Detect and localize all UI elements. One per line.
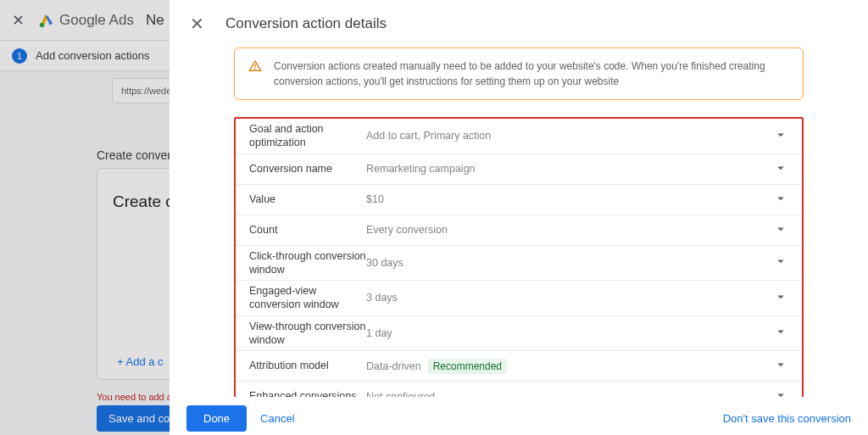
recommended-badge: Recommended [428,359,507,374]
row-value: 30 days [366,257,403,269]
row-value: Data-driven Recommended [366,359,507,374]
chevron-down-icon[interactable] [773,388,788,397]
row-attribution-model[interactable]: Attribution model Data-driven Recommende… [236,351,802,382]
row-value: Not configured [366,391,435,398]
done-button[interactable]: Done [186,405,247,432]
row-label: Conversion name [249,162,366,176]
row-enhanced-conversions[interactable]: Enhanced conversions Not configured [236,382,802,397]
row-value: Every conversion [366,224,448,236]
modal-header: ✕ Conversion action details [170,0,868,47]
chevron-down-icon[interactable] [773,254,788,272]
warning-icon [248,59,262,76]
row-label: Value [249,192,366,206]
row-label: Engaged-view conversion window [249,284,366,312]
modal-body: Conversion actions created manually need… [170,47,868,397]
row-conversion-name[interactable]: Conversion name Remarketing campaign [236,154,802,185]
row-value: 3 days [366,292,398,304]
chevron-down-icon[interactable] [773,127,788,146]
row-value: Remarketing campaign [366,163,476,175]
row-label: Count [249,223,366,237]
row-label: View-through conversion window [249,320,366,348]
chevron-down-icon[interactable] [773,160,788,179]
svg-point-2 [255,69,256,70]
row-view-through-window[interactable]: View-through conversion window 1 day [236,316,802,352]
row-label: Enhanced conversions [249,389,366,397]
settings-highlighted-block: Goal and action optimization Add to cart… [234,117,804,397]
modal-footer: Done Cancel Don't save this conversion [170,397,868,435]
row-click-through-window[interactable]: Click-through conversion window 30 days [236,246,802,282]
row-goal-action[interactable]: Goal and action optimization Add to cart… [236,119,802,154]
row-value: Add to cart, Primary action [366,130,491,142]
modal-title: Conversion action details [225,15,387,32]
attribution-value-text: Data-driven [366,360,421,372]
row-value[interactable]: Value $10 [236,185,802,215]
row-value: 1 day [366,327,392,339]
dont-save-button[interactable]: Don't save this conversion [723,412,851,425]
conversion-details-modal: ✕ Conversion action details Conversion a… [170,0,868,435]
row-count[interactable]: Count Every conversion [236,215,802,246]
chevron-down-icon[interactable] [773,357,788,376]
dim-overlay [0,0,170,435]
row-engaged-view-window[interactable]: Engaged-view conversion window 3 days [236,281,802,316]
row-label: Click-through conversion window [249,249,366,277]
chevron-down-icon[interactable] [773,324,788,343]
chevron-down-icon[interactable] [773,221,788,240]
row-value: $10 [366,193,384,205]
chevron-down-icon[interactable] [773,289,788,308]
alert-text: Conversion actions created manually need… [274,59,789,89]
row-label: Attribution model [249,359,366,372]
cancel-button[interactable]: Cancel [260,412,294,425]
close-icon[interactable]: ✕ [186,14,207,34]
alert-banner: Conversion actions created manually need… [234,47,804,100]
chevron-down-icon[interactable] [773,191,788,209]
row-label: Goal and action optimization [249,122,366,150]
